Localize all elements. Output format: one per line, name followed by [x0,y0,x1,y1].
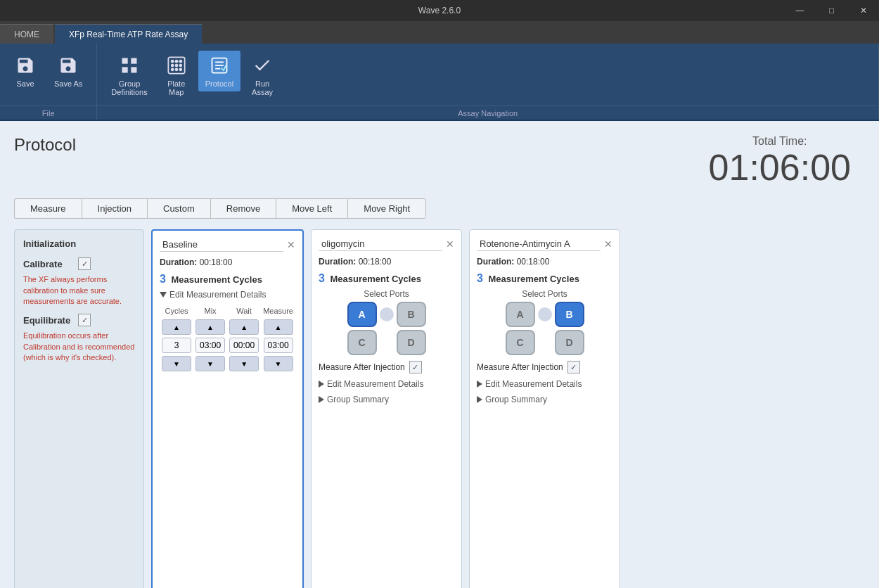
init-title: Initialization [23,238,135,249]
run-assay-label: RunAssay [252,79,273,96]
protocol-icon [208,54,231,77]
cycles-down-button[interactable]: ▼ [162,356,191,371]
oligomycin-port-section: Select Ports A B C D [319,289,454,355]
ribbon-save-as[interactable]: + Save As [47,51,89,91]
group-summary-label: Group Summary [327,395,389,404]
rotenone-port-section: Select Ports A B C D [477,289,612,355]
rotenone-group-summary[interactable]: Group Summary [477,395,612,404]
baseline-edit-details[interactable]: Edit Measurement Details [160,290,295,300]
svg-point-8 [179,60,182,63]
file-group-label: File [0,106,96,120]
rotenone-measure-after: Measure After Injection ✓ [477,361,612,373]
svg-point-9 [171,64,174,68]
oligomycin-group-summary[interactable]: Group Summary [319,395,454,404]
oligomycin-port-grid: A B C D [319,302,454,355]
oligomycin-edit-details[interactable]: Edit Measurement Details [319,379,454,389]
save-label: Save [16,79,34,88]
wait-value: 00:00 [229,338,259,353]
mix-up-button[interactable]: ▲ [195,319,225,335]
oligomycin-close-button[interactable]: ✕ [446,239,454,249]
baseline-header: ✕ [160,238,295,252]
edit-details-label: Edit Measurement Details [169,290,266,300]
baseline-measurement-title: 3 Measurement Cycles [160,273,295,286]
cycles-up-button[interactable]: ▲ [162,319,191,335]
rotenone-close-button[interactable]: ✕ [604,239,612,249]
group-definitions-label: GroupDefinitions [111,79,147,96]
step-baseline: ✕ Duration: 00:18:00 3 Measurement Cycle… [151,229,304,588]
col-wait: Wait [227,305,261,318]
baseline-close-button[interactable]: ✕ [287,240,295,250]
port-B-button[interactable]: B [555,302,584,327]
ribbon-group-assay-nav: GroupDefinitions [97,44,879,120]
oligomycin-measure-after: Measure After Injection ✓ [319,361,454,373]
measure-up-button[interactable]: ▲ [264,319,293,335]
ribbon-plate-map[interactable]: PlateMap [158,51,195,100]
expand-icon [319,381,324,388]
remove-button[interactable]: Remove [210,198,276,219]
step-oligomycin: ✕ Duration: 00:18:00 3 Measurement Cycle… [311,229,462,588]
port-C-button[interactable]: C [347,330,377,355]
oligomycin-name-input[interactable] [319,237,442,251]
calibrate-row: Calibrate ✓ [23,257,135,270]
expand-icon [319,396,324,403]
svg-point-11 [179,64,182,68]
app-title: Wave 2.6.0 [418,6,461,15]
svg-point-13 [174,68,178,72]
down-row: ▼ ▼ ▼ ▼ [160,354,295,373]
save-as-icon: + [57,54,79,77]
step-rotenone-antimycin: ✕ Duration: 00:18:00 3 Measurement Cycle… [469,229,620,588]
rotenone-ports-label: Select Ports [477,289,612,299]
group-summary-label: Group Summary [485,395,547,404]
calibrate-checkbox[interactable]: ✓ [78,257,91,270]
custom-button[interactable]: Custom [147,198,210,219]
measure-after-checkbox[interactable]: ✓ [567,361,580,373]
protocol-toolbar: Measure Injection Custom Remove Move Lef… [14,198,865,219]
maximize-button[interactable]: □ [816,0,847,21]
tab-home[interactable]: HOME [0,24,53,44]
port-D-button[interactable]: D [397,330,426,355]
port-B-button[interactable]: B [397,302,426,327]
measure-after-checkbox[interactable]: ✓ [409,361,422,373]
move-right-button[interactable]: Move Right [347,198,426,219]
equilibrate-checkbox[interactable]: ✓ [78,314,91,326]
expand-icon [477,396,482,403]
ribbon-assay-items: GroupDefinitions [97,47,878,106]
mix-down-button[interactable]: ▼ [195,356,225,371]
rotenone-name-input[interactable] [477,237,601,251]
window-controls[interactable]: — □ ✕ [784,0,879,21]
oligomycin-measurement-title: 3 Measurement Cycles [319,272,454,285]
ribbon-run-assay[interactable]: RunAssay [244,51,281,100]
move-left-button[interactable]: Move Left [276,198,347,219]
edit-details-label: Edit Measurement Details [485,379,582,389]
rotenone-edit-details[interactable]: Edit Measurement Details [477,379,612,389]
port-A-button[interactable]: A [347,302,377,327]
ribbon-protocol[interactable]: Protocol [198,51,240,91]
minimize-button[interactable]: — [784,0,816,21]
close-button[interactable]: ✕ [847,0,879,21]
wait-up-button[interactable]: ▲ [229,319,259,335]
baseline-name-input[interactable] [160,238,283,252]
ribbon-group-file: Save + Save As File [0,44,97,120]
ribbon-group-definitions[interactable]: GroupDefinitions [104,51,154,100]
titlebar: Wave 2.6.0 — □ ✕ [0,0,879,21]
wait-down-button[interactable]: ▼ [229,356,259,371]
mix-value: 03:00 [195,338,225,353]
ribbon-file-items: Save + Save As [0,47,96,106]
measure-button[interactable]: Measure [14,198,82,219]
col-measure: Measure [261,305,295,318]
col-mix: Mix [193,305,227,318]
oligomycin-header: ✕ [319,237,454,251]
measure-down-button[interactable]: ▼ [264,356,293,371]
run-assay-icon [251,54,274,77]
injection-button[interactable]: Injection [82,198,147,219]
port-D-button[interactable]: D [555,330,584,355]
port-A-button[interactable]: A [506,302,535,327]
port-C-button[interactable]: C [506,330,535,355]
protocol-area: Initialization Calibrate ✓ The XF always… [14,229,865,588]
equilibrate-label: Equilibrate [23,315,72,326]
ribbon-save[interactable]: Save [7,51,44,91]
equilibrate-row: Equilibrate ✓ [23,314,135,326]
total-time-block: Total Time: 01:06:00 [709,135,851,188]
svg-rect-1 [122,58,128,64]
tab-xfp[interactable]: XFp Real-Time ATP Rate Assay [55,24,202,44]
